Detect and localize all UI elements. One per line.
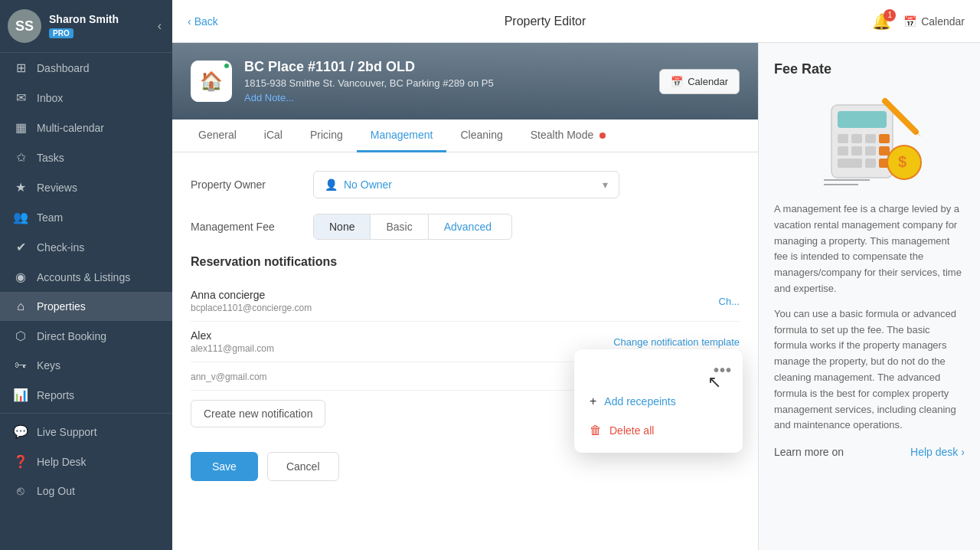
inbox-icon: ✉ xyxy=(12,90,29,105)
change-template-link-1[interactable]: Change notification template xyxy=(613,336,740,348)
sidebar-item-label: Inbox xyxy=(37,92,63,104)
svg-rect-4 xyxy=(865,134,876,143)
notif-actions-0: Ch... xyxy=(719,296,740,307)
calendar-icon: 📅 xyxy=(671,76,683,87)
svg-rect-3 xyxy=(851,134,862,143)
tab-pricing[interactable]: Pricing xyxy=(296,119,357,152)
form-section: Property Owner 👤 No Owner ▾ Management F… xyxy=(172,152,758,255)
sidebar-item-label: Team xyxy=(37,211,63,224)
person-icon: 👤 xyxy=(325,178,338,191)
add-recipients-item[interactable]: + Add recepeints xyxy=(574,387,743,416)
cancel-button[interactable]: Cancel xyxy=(267,452,339,481)
management-fee-label: Management Fee xyxy=(191,221,313,233)
selected-value: No Owner xyxy=(344,178,392,191)
collapse-button[interactable]: ‹ xyxy=(155,16,165,36)
topbar-calendar-button[interactable]: 📅 Calendar xyxy=(903,15,965,28)
fee-rate-illustration: $ xyxy=(774,90,965,189)
reviews-icon: ★ xyxy=(12,180,29,195)
reports-icon: 📊 xyxy=(12,388,29,402)
sidebar-item-label: Accounts & Listings xyxy=(37,271,130,283)
trash-icon: 🗑 xyxy=(590,424,602,437)
add-recipients-label: Add recepeints xyxy=(604,395,675,408)
tab-management[interactable]: Management xyxy=(357,119,447,152)
chevron-down-icon: ▾ xyxy=(603,178,608,191)
add-note-link[interactable]: Add Note... xyxy=(244,92,647,103)
property-owner-label: Property Owner xyxy=(191,178,313,191)
team-icon: 👥 xyxy=(12,210,29,224)
tab-general[interactable]: General xyxy=(185,119,250,152)
learn-more-label: Learn more on xyxy=(774,446,844,458)
management-fee-row: Management Fee None Basic Advanced xyxy=(191,214,740,240)
learn-more-row: Learn more on Help desk › xyxy=(774,446,965,458)
property-header: 🏠 BC Place #1101 / 2bd OLD 1815-938 Smit… xyxy=(172,43,758,119)
user-name: Sharon Smith xyxy=(49,13,155,25)
calendar-icon: 📅 xyxy=(903,15,916,28)
topbar-right: 🔔 1 📅 Calendar xyxy=(872,12,965,31)
property-address: 1815-938 Smithe St. Vancouver, BC Parkin… xyxy=(244,77,647,89)
svg-rect-2 xyxy=(838,134,848,143)
sidebar-item-keys[interactable]: 🗝 Keys xyxy=(0,351,172,380)
content-area: 🏠 BC Place #1101 / 2bd OLD 1815-938 Smit… xyxy=(172,43,980,550)
sidebar-item-label: Properties xyxy=(37,300,86,313)
sidebar-item-check-ins[interactable]: ✔ Check-ins xyxy=(0,232,172,262)
editor-pane: 🏠 BC Place #1101 / 2bd OLD 1815-938 Smit… xyxy=(172,43,758,550)
notif-email-2: ann_v@gmail.com xyxy=(191,372,613,382)
right-panel: Fee Rate xyxy=(758,43,980,550)
notifications-title: Reservation notifications xyxy=(191,255,740,269)
plus-icon: + xyxy=(590,394,596,408)
sidebar-item-live-support[interactable]: 💬 Live Support xyxy=(0,417,172,447)
fee-option-basic[interactable]: Basic xyxy=(371,214,428,239)
sidebar-item-inbox[interactable]: ✉ Inbox xyxy=(0,83,172,113)
fee-rate-svg: $ xyxy=(808,90,931,189)
sidebar-item-help-desk[interactable]: ❓ Help Desk xyxy=(0,447,172,476)
help-desk-label: Help desk xyxy=(910,446,958,458)
tab-stealth-mode[interactable]: Stealth Mode xyxy=(517,119,619,152)
back-button[interactable]: ‹ Back xyxy=(188,15,218,28)
sidebar-item-reports[interactable]: 📊 Reports xyxy=(0,380,172,410)
properties-icon: ⌂ xyxy=(12,300,29,313)
fee-option-none[interactable]: None xyxy=(314,214,371,239)
check-ins-icon: ✔ xyxy=(12,240,29,254)
notif-name-1: Alex xyxy=(191,329,613,342)
sidebar-item-team[interactable]: 👥 Team xyxy=(0,202,172,232)
create-notification-button[interactable]: Create new notification xyxy=(191,400,325,427)
sidebar-item-log-out[interactable]: ⎋ Log Out xyxy=(0,476,172,506)
tab-cleaning[interactable]: Cleaning xyxy=(446,119,516,152)
fee-option-advanced[interactable]: Advanced xyxy=(429,214,507,239)
sidebar-item-label: Log Out xyxy=(37,485,75,497)
svg-rect-6 xyxy=(838,146,848,156)
sidebar-item-properties[interactable]: ⌂ Properties xyxy=(0,292,172,321)
property-owner-select[interactable]: 👤 No Owner ▾ xyxy=(313,171,619,198)
fee-options-group: None Basic Advanced xyxy=(313,214,512,240)
multi-calendar-icon: ▦ xyxy=(12,120,29,135)
change-template-link-0[interactable]: Ch... xyxy=(719,296,740,307)
help-desk-icon: ❓ xyxy=(12,454,29,469)
page-title: Property Editor xyxy=(218,15,872,28)
notif-name-0: Anna concierge xyxy=(191,289,719,301)
delete-all-item[interactable]: 🗑 Delete all xyxy=(574,416,743,445)
sidebar-item-label: Live Support xyxy=(37,426,97,438)
notif-person-0: Anna concierge bcplace1101@concierge.com xyxy=(191,289,719,313)
sidebar-item-label: Reviews xyxy=(37,182,77,194)
sidebar-item-reviews[interactable]: ★ Reviews xyxy=(0,172,172,202)
svg-rect-11 xyxy=(865,159,876,168)
property-owner-row: Property Owner 👤 No Owner ▾ xyxy=(191,171,740,198)
notification-button[interactable]: 🔔 1 xyxy=(872,12,891,31)
sidebar-item-dashboard[interactable]: ⊞ Dashboard xyxy=(0,53,172,83)
sidebar-item-accounts-listings[interactable]: ◉ Accounts & Listings xyxy=(0,262,172,292)
property-calendar-button[interactable]: 📅 Calendar xyxy=(659,69,740,94)
save-button[interactable]: Save xyxy=(191,452,258,481)
back-label: Back xyxy=(194,15,218,28)
property-info: BC Place #1101 / 2bd OLD 1815-938 Smithe… xyxy=(244,59,647,103)
property-name: BC Place #1101 / 2bd OLD xyxy=(244,59,647,75)
three-dots-button[interactable]: ••• xyxy=(714,362,732,379)
keys-icon: 🗝 xyxy=(12,358,29,372)
tabs-bar: General iCal Pricing Management Cleaning… xyxy=(172,119,758,152)
calendar-btn-label: Calendar xyxy=(688,76,728,87)
tab-ical[interactable]: iCal xyxy=(250,119,296,152)
sidebar-item-tasks[interactable]: ✩ Tasks xyxy=(0,142,172,172)
topbar: ‹ Back Property Editor 🔔 1 📅 Calendar xyxy=(172,0,980,43)
sidebar-item-multi-calendar[interactable]: ▦ Multi-calendar xyxy=(0,113,172,142)
sidebar-item-direct-booking[interactable]: ⬡ Direct Booking xyxy=(0,321,172,351)
help-desk-link[interactable]: Help desk › xyxy=(910,446,965,458)
